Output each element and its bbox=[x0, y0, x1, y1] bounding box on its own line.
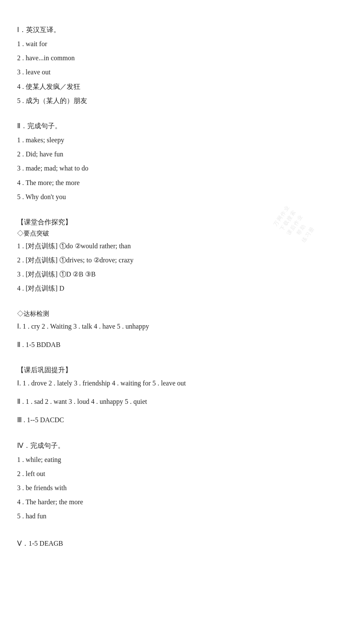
sub-title-standard: ◇达标检测 bbox=[17, 310, 325, 318]
section-v: Ⅴ．1-5 DEAGB bbox=[17, 538, 325, 549]
list-item: 3 . made; mad; what to do bbox=[17, 162, 325, 174]
section-complete-sentence-title: Ⅱ．完成句子。 bbox=[17, 122, 325, 131]
list-item: 1 . while; eating bbox=[17, 454, 325, 465]
list-item: 1 . wait for bbox=[17, 38, 325, 50]
list-item: 3 . be friends with bbox=[17, 482, 325, 494]
list-item: Ⅱ . 1 . sad 2 . want 3 . loud 4 . unhapp… bbox=[17, 396, 325, 407]
list-item: Ⅰ. 1 . drove 2 . lately 3 . friendship 4… bbox=[17, 377, 325, 389]
list-item: 5 . 成为（某人的）朋友 bbox=[17, 95, 325, 106]
list-item: 4 . 使某人发疯／发狂 bbox=[17, 81, 325, 92]
list-item: 5 . Why don't you bbox=[17, 191, 325, 203]
section-complete-sentence-2: Ⅳ．完成句子。 1 . while; eating 2 . left out 3… bbox=[17, 441, 325, 522]
section-complete-sentence-2-title: Ⅳ．完成句子。 bbox=[17, 441, 325, 450]
list-item: 2 . [对点训练] ①drives; to ②drove; crazy bbox=[17, 254, 325, 266]
list-item: 2 . Did; have fun bbox=[17, 148, 325, 160]
list-item: 2 . left out bbox=[17, 468, 325, 479]
list-item: Ⅲ . 1--5 DACDC bbox=[17, 414, 325, 426]
section-classroom: 【课堂合作探究】 ◇要点突破 1 . [对点训练] ①do ②would rat… bbox=[17, 218, 325, 294]
list-item: 4 . [对点训练] D bbox=[17, 282, 325, 294]
block-title-after-class: 【课后巩固提升】 bbox=[17, 366, 325, 375]
list-item: Ⅴ．1-5 DEAGB bbox=[17, 538, 325, 549]
section-translation: Ⅰ．英汉互译。 1 . wait for 2 . have...in commo… bbox=[17, 26, 325, 106]
list-item: 4 . The harder; the more bbox=[17, 496, 325, 508]
list-item: Ⅰ. 1 . cry 2 . Waiting 3 . talk 4 . have… bbox=[17, 321, 325, 332]
section-complete-sentence: Ⅱ．完成句子。 1 . makes; sleepy 2 . Did; have … bbox=[17, 122, 325, 203]
section-after-class: 【课后巩固提升】 Ⅰ. 1 . drove 2 . lately 3 . fri… bbox=[17, 366, 325, 426]
sub-title-key-points: ◇要点突破 bbox=[17, 229, 325, 238]
list-item: 4 . The more; the more bbox=[17, 177, 325, 188]
list-item: 1 . makes; sleepy bbox=[17, 134, 325, 146]
list-item: 3 . leave out bbox=[17, 66, 325, 78]
list-item: 2 . have...in common bbox=[17, 52, 325, 64]
section-translation-title: Ⅰ．英汉互译。 bbox=[17, 26, 325, 35]
list-item: 1 . [对点训练] ①do ②would rather; than bbox=[17, 240, 325, 252]
block-title-classroom: 【课堂合作探究】 bbox=[17, 218, 325, 227]
list-item: 5 . had fun bbox=[17, 510, 325, 522]
list-item: 3 . [对点训练] ①D ②B ③B bbox=[17, 268, 325, 280]
section-standard-test: ◇达标检测 Ⅰ. 1 . cry 2 . Waiting 3 . talk 4 … bbox=[17, 310, 325, 350]
list-item: Ⅱ . 1-5 BDDAB bbox=[17, 339, 325, 350]
